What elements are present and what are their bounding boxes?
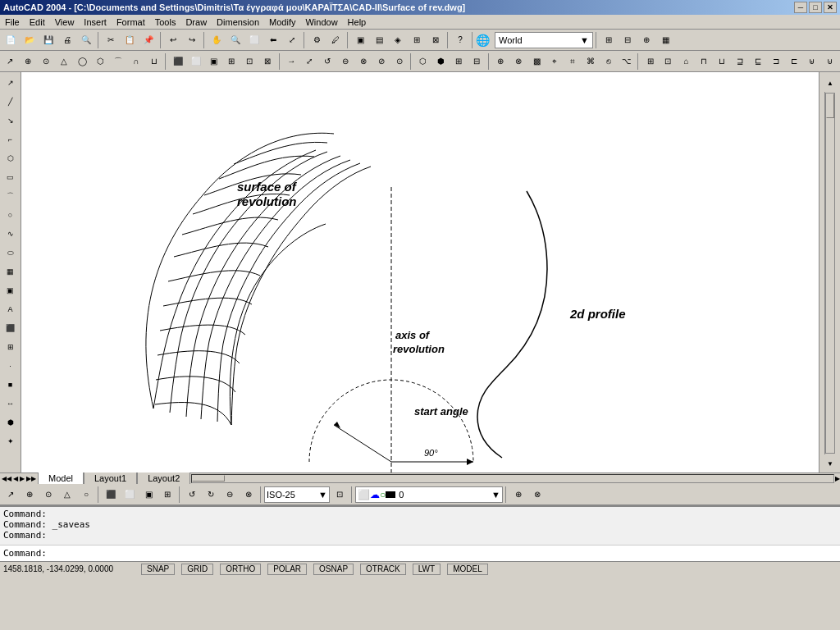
r2b19[interactable]: ⊖ [337, 52, 354, 71]
r2b26[interactable]: ⊟ [468, 52, 486, 71]
titlebar-controls[interactable]: ─ □ ✕ [794, 2, 837, 13]
tab-layout1[interactable]: Layout1 [84, 471, 137, 484]
btb7[interactable]: ⬜ [121, 486, 139, 504]
left-line-button[interactable]: ╱ [2, 93, 20, 111]
tab-layout2[interactable]: Layout2 [137, 471, 190, 484]
r2b13[interactable]: ⊞ [223, 52, 240, 71]
tb9[interactable]: ⊕ [637, 31, 655, 49]
menu-format[interactable]: Format [112, 16, 150, 28]
otrack-button[interactable]: OTRACK [360, 564, 406, 575]
r2b5[interactable]: ◯ [74, 52, 91, 71]
paste-button[interactable]: 📌 [139, 31, 158, 49]
new-button[interactable]: 📄 [2, 31, 20, 49]
r2b31[interactable]: ⌗ [564, 52, 581, 71]
r2b3[interactable]: ⊙ [38, 52, 55, 71]
r2b9[interactable]: ⊔ [145, 52, 162, 71]
properties-button[interactable]: ⚙ [308, 31, 326, 49]
btb10[interactable]: ↺ [183, 486, 201, 504]
btb13[interactable]: ⊗ [240, 486, 258, 504]
r2b32[interactable]: ⌘ [582, 52, 599, 71]
left-hatch-button[interactable]: ▦ [2, 262, 20, 281]
tab-prev-button[interactable]: ◀ [13, 475, 18, 482]
r2b39[interactable]: ⊔ [714, 52, 731, 71]
btb11[interactable]: ↻ [202, 486, 220, 504]
r2b42[interactable]: ⊐ [768, 52, 785, 71]
left-arc-button[interactable]: ⌒ [2, 187, 20, 205]
r2b35[interactable]: ⊞ [641, 52, 659, 71]
command-input-row[interactable]: Command: [0, 545, 840, 561]
zoom-button[interactable]: 🔍 [226, 31, 244, 49]
left-insert-button[interactable]: ⊞ [2, 338, 20, 356]
left-rect-button[interactable]: ▭ [2, 168, 20, 186]
grid-button[interactable]: GRID [181, 564, 213, 575]
tb8[interactable]: ⊟ [619, 31, 637, 49]
tab-first-button[interactable]: ◀◀ [2, 475, 11, 482]
osnap-button[interactable]: OSNAP [313, 564, 354, 575]
hscroll-track[interactable] [191, 474, 834, 483]
tb3[interactable]: ◈ [389, 31, 407, 49]
matchprop-button[interactable]: 🖊 [326, 31, 345, 49]
left-circle-button[interactable]: ○ [2, 206, 20, 224]
r2b16[interactable]: → [283, 52, 300, 71]
btb4[interactable]: △ [58, 486, 76, 504]
redo-button[interactable]: ↪ [183, 31, 201, 49]
tb7[interactable]: ⊞ [600, 31, 618, 49]
r2b40[interactable]: ⊒ [732, 52, 749, 71]
r2b30[interactable]: ⌖ [546, 52, 564, 71]
left-block-button[interactable]: ⬛ [2, 319, 20, 337]
tab-next-button[interactable]: ▶ [20, 475, 25, 482]
btb6[interactable]: ⬛ [102, 486, 120, 504]
model-button[interactable]: MODEL [447, 564, 488, 575]
r2b4[interactable]: △ [56, 52, 73, 71]
preview-button[interactable]: 🔍 [77, 31, 95, 49]
r2b44[interactable]: ⊎ [803, 52, 820, 71]
tb5[interactable]: ⊠ [427, 31, 445, 49]
btb2[interactable]: ⊕ [21, 486, 39, 504]
r2b38[interactable]: ⊓ [696, 52, 713, 71]
tb1[interactable]: ▣ [351, 31, 369, 49]
r2b28[interactable]: ⊗ [510, 52, 527, 71]
menu-insert[interactable]: Insert [79, 16, 112, 28]
r2b7[interactable]: ⌒ [110, 52, 127, 71]
left-solid-button[interactable]: ■ [2, 376, 20, 394]
open-button[interactable]: 📂 [21, 31, 39, 49]
r2b18[interactable]: ↺ [319, 52, 336, 71]
pan-button[interactable]: ✋ [208, 31, 226, 49]
r2b24[interactable]: ⬢ [432, 52, 450, 71]
menu-view[interactable]: View [50, 16, 80, 28]
scroll-down-button[interactable]: ▼ [821, 454, 839, 472]
left-polyline-button[interactable]: ⌐ [2, 130, 20, 148]
btb1[interactable]: ↗ [2, 486, 20, 504]
r2b1[interactable]: ↗ [2, 52, 19, 71]
btb9[interactable]: ⊞ [158, 486, 176, 504]
linetype-dropdown[interactable]: ISO-25 ▼ [264, 486, 330, 503]
maximize-button[interactable]: □ [809, 2, 822, 13]
command-input[interactable] [48, 548, 837, 559]
left-extra-button[interactable]: ✦ [2, 432, 20, 450]
left-ellipse-button[interactable]: ⬭ [2, 244, 20, 262]
vscroll-thumb[interactable] [826, 94, 834, 118]
vscroll-track[interactable] [825, 93, 835, 454]
r2b34[interactable]: ⌥ [618, 52, 635, 71]
close-button[interactable]: ✕ [824, 2, 837, 13]
hscroll-right-btn[interactable]: ▶ [835, 473, 840, 484]
r2b14[interactable]: ⊡ [241, 52, 258, 71]
left-text-button[interactable]: A [2, 300, 20, 318]
menu-dimension[interactable]: Dimension [212, 16, 264, 28]
left-dim-button[interactable]: ↔ [2, 395, 20, 413]
copy-button[interactable]: 📋 [121, 31, 139, 49]
btb16[interactable]: ⊗ [528, 486, 546, 504]
menu-window[interactable]: Window [300, 16, 342, 28]
r2b6[interactable]: ⬡ [92, 52, 109, 71]
r2b21[interactable]: ⊘ [372, 52, 390, 71]
undo-button[interactable]: ↩ [164, 31, 182, 49]
menu-edit[interactable]: Edit [25, 16, 50, 28]
r2b43[interactable]: ⊏ [785, 52, 802, 71]
btb14[interactable]: ⊡ [331, 486, 349, 504]
zoom-prev-button[interactable]: ⬅ [264, 31, 282, 49]
menu-draw[interactable]: Draw [180, 16, 212, 28]
polar-button[interactable]: POLAR [267, 564, 307, 575]
lwt-button[interactable]: LWT [413, 564, 441, 575]
scroll-up-button[interactable]: ▲ [821, 74, 839, 92]
left-arrow-button[interactable]: ↗ [2, 74, 20, 92]
